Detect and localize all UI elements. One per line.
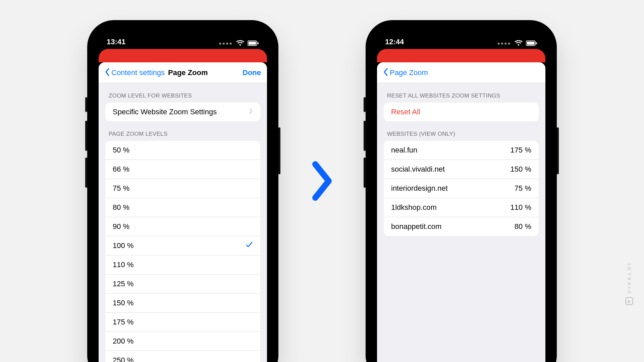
zoom-level-label: 66 % (113, 165, 129, 174)
nav-bar: Content settings Page Zoom Done (99, 62, 267, 83)
nav-bar: Page Zoom (377, 62, 545, 83)
done-button[interactable]: Done (243, 68, 261, 77)
section-header-zoom-websites: ZOOM LEVEL FOR WEBSITES (99, 83, 267, 103)
website-host: social.vivaldi.net (391, 165, 445, 174)
cellular-dots-icon: ●●●● (497, 41, 511, 46)
card-websites: neal.fun175 %social.vivaldi.net150 %inte… (384, 141, 539, 236)
zoom-level-label: 50 % (113, 146, 129, 155)
zoom-level-row[interactable]: 50 % (105, 141, 260, 160)
row-label: Specific Website Zoom Settings (113, 108, 217, 116)
zoom-level-label: 125 % (113, 280, 133, 288)
battery-icon (526, 41, 537, 46)
website-zoom-value: 75 % (515, 184, 531, 193)
zoom-level-label: 150 % (113, 299, 133, 307)
phone-left: 13:41 ●●●● (87, 20, 278, 362)
zoom-level-row[interactable]: 200 % (105, 331, 260, 351)
vivaldi-watermark: VIVALDI (625, 261, 633, 305)
vivaldi-logo-icon (625, 297, 633, 305)
chevron-back-icon[interactable] (105, 68, 110, 78)
card-zoom-levels: 50 %66 %75 %80 %90 %100 %110 %125 %150 %… (105, 141, 260, 362)
svg-rect-1 (249, 42, 256, 45)
website-zoom-value: 175 % (511, 146, 531, 155)
zoom-level-label: 110 % (113, 260, 133, 269)
zoom-level-label: 80 % (113, 203, 129, 212)
watermark-text: VIVALDI (627, 261, 632, 294)
wifi-icon (236, 40, 244, 46)
section-header-websites: WEBSITES (VIEW ONLY) (377, 121, 545, 141)
zoom-level-row[interactable]: 125 % (105, 274, 260, 293)
row-label: Reset All (391, 108, 420, 116)
website-host: neal.fun (391, 146, 417, 155)
zoom-level-label: 175 % (113, 318, 133, 326)
cellular-dots-icon: ●●●● (219, 41, 233, 46)
side-button-power (557, 127, 559, 174)
status-time: 12:44 (385, 38, 404, 46)
status-time: 13:41 (107, 38, 125, 46)
app-brand-band (99, 49, 267, 62)
zoom-level-row[interactable]: 110 % (105, 255, 260, 274)
zoom-level-row[interactable]: 80 % (105, 198, 260, 217)
checkmark-icon (246, 241, 253, 250)
content-scroll[interactable]: ZOOM LEVEL FOR WEBSITES Specific Website… (99, 83, 267, 362)
showcase-stage: 13:41 ●●●● (0, 0, 644, 362)
zoom-level-label: 100 % (113, 241, 133, 250)
zoom-level-label: 250 % (113, 356, 133, 362)
zoom-level-row[interactable]: 75 % (105, 179, 260, 198)
chevron-back-icon[interactable] (383, 68, 388, 78)
website-zoom-value: 110 % (511, 203, 531, 212)
zoom-level-row[interactable]: 90 % (105, 217, 260, 236)
side-button-power (278, 127, 280, 174)
nav-back-button[interactable]: Content settings (111, 68, 165, 77)
website-host: interiordesign.net (391, 184, 448, 193)
battery-icon (248, 41, 259, 46)
website-host: bonappetit.com (391, 222, 441, 231)
flow-arrow-icon (309, 159, 335, 203)
card-reset: Reset All (384, 103, 539, 121)
section-header-zoom-levels: PAGE ZOOM LEVELS (99, 121, 267, 141)
specific-website-zoom-row[interactable]: Specific Website Zoom Settings (105, 103, 260, 121)
card-specific-settings: Specific Website Zoom Settings (105, 103, 260, 121)
website-zoom-value: 150 % (511, 165, 531, 174)
nav-title: Page Zoom (168, 68, 208, 77)
wifi-icon (515, 40, 523, 46)
zoom-level-row[interactable]: 175 % (105, 312, 260, 331)
status-bar: 13:41 ●●●● (93, 25, 273, 49)
website-host: 1ldkshop.com (391, 203, 437, 212)
nav-back-button[interactable]: Page Zoom (390, 68, 428, 77)
section-header-reset: RESET ALL WEBSITES ZOOM SETTINGS (377, 83, 545, 103)
website-zoom-row: interiordesign.net75 % (384, 179, 539, 198)
status-bar: 12:44 ●●●● (371, 25, 551, 49)
reset-all-button[interactable]: Reset All (384, 103, 539, 121)
website-zoom-row: 1ldkshop.com110 % (384, 198, 539, 217)
website-zoom-row: social.vivaldi.net150 % (384, 160, 539, 179)
svg-rect-2 (258, 42, 259, 44)
zoom-level-label: 90 % (113, 222, 129, 231)
website-zoom-row: bonappetit.com80 % (384, 217, 539, 236)
svg-rect-5 (536, 42, 537, 44)
website-zoom-value: 80 % (515, 222, 531, 231)
content-scroll[interactable]: RESET ALL WEBSITES ZOOM SETTINGS Reset A… (377, 83, 545, 362)
zoom-level-label: 75 % (113, 184, 129, 193)
zoom-level-row[interactable]: 66 % (105, 160, 260, 179)
chevron-right-icon (249, 108, 253, 116)
phone-right: 12:44 ●●●● (366, 20, 557, 362)
svg-rect-4 (527, 42, 535, 45)
zoom-level-row[interactable]: 100 % (105, 236, 260, 255)
app-brand-band (377, 49, 545, 62)
zoom-level-row[interactable]: 250 % (105, 351, 260, 362)
zoom-level-row[interactable]: 150 % (105, 293, 260, 312)
zoom-level-label: 200 % (113, 337, 133, 346)
website-zoom-row: neal.fun175 % (384, 141, 539, 160)
